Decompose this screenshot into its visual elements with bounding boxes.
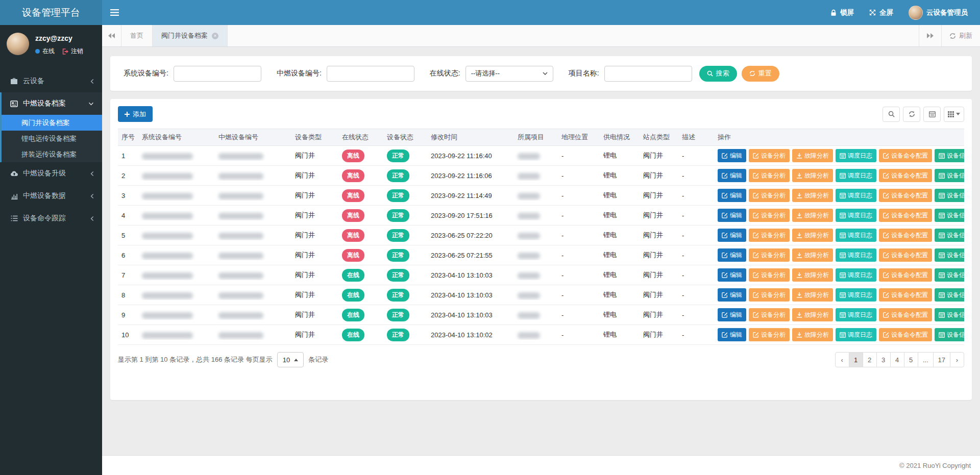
fault-analysis-button[interactable]: 故障分析 bbox=[792, 169, 833, 182]
app-title[interactable]: 设备管理平台 bbox=[0, 0, 102, 25]
device-command-config-button[interactable]: 设备命令配置 bbox=[879, 248, 932, 262]
sidebar-item-device-command-tracking[interactable]: 设备命令跟踪 bbox=[0, 207, 102, 230]
sidebar-item-zr-device-archives[interactable]: 中燃设备档案 bbox=[2, 92, 102, 115]
refresh-tab-button[interactable]: 刷新 bbox=[941, 25, 980, 46]
page-button-2[interactable]: 2 bbox=[863, 352, 877, 367]
dispatch-log-button[interactable]: 调度日志 bbox=[836, 268, 876, 282]
table-columns-button[interactable] bbox=[944, 107, 964, 122]
edit-button[interactable]: 编辑 bbox=[718, 308, 746, 321]
edit-button[interactable]: 编辑 bbox=[718, 149, 746, 162]
device-info-button[interactable]: 设备信息 bbox=[935, 209, 964, 222]
project-name-input[interactable] bbox=[604, 66, 692, 82]
fault-analysis-button[interactable]: 故障分析 bbox=[792, 288, 833, 302]
device-analysis-button[interactable]: 设备分析 bbox=[749, 268, 790, 282]
dispatch-log-button[interactable]: 调度日志 bbox=[836, 169, 876, 182]
device-info-button[interactable]: 设备信息 bbox=[935, 268, 964, 282]
table-toggle-view-button[interactable] bbox=[923, 107, 941, 122]
tab-home[interactable]: 首页 bbox=[121, 25, 153, 46]
device-command-config-button[interactable]: 设备命令配置 bbox=[879, 209, 932, 222]
sidebar-toggle-button[interactable] bbox=[102, 0, 127, 25]
sidebar-item-zr-device-upgrade[interactable]: 中燃设备升级 bbox=[0, 162, 102, 185]
search-button[interactable]: 搜索 bbox=[699, 66, 737, 82]
fault-analysis-button[interactable]: 故障分析 bbox=[792, 248, 833, 262]
device-info-button[interactable]: 设备信息 bbox=[935, 328, 964, 341]
device-info-button[interactable]: 设备信息 bbox=[935, 149, 964, 162]
edit-button[interactable]: 编辑 bbox=[718, 288, 746, 302]
lock-screen-button[interactable]: 锁屏 bbox=[830, 8, 854, 17]
tabs-scroll-right-button[interactable] bbox=[919, 25, 941, 46]
fault-analysis-button[interactable]: 故障分析 bbox=[792, 209, 833, 222]
page-ellipsis-button[interactable]: ... bbox=[918, 352, 934, 367]
edit-button[interactable]: 编辑 bbox=[718, 328, 746, 341]
device-analysis-button[interactable]: 设备分析 bbox=[749, 209, 790, 222]
device-info-button[interactable]: 设备信息 bbox=[935, 248, 964, 262]
dispatch-log-button[interactable]: 调度日志 bbox=[836, 209, 876, 222]
dispatch-log-button[interactable]: 调度日志 bbox=[836, 308, 876, 321]
device-analysis-button[interactable]: 设备分析 bbox=[749, 189, 790, 202]
fault-analysis-button[interactable]: 故障分析 bbox=[792, 268, 833, 282]
dispatch-log-button[interactable]: 调度日志 bbox=[836, 149, 876, 162]
prev-page-button[interactable]: ‹ bbox=[835, 352, 849, 367]
device-command-config-button[interactable]: 设备命令配置 bbox=[879, 288, 932, 302]
edit-button[interactable]: 编辑 bbox=[718, 169, 746, 182]
fullscreen-button[interactable]: 全屏 bbox=[869, 8, 893, 17]
add-button[interactable]: 添加 bbox=[118, 106, 153, 122]
sidebar-item-assembled-remote-archives[interactable]: 拼装远传设备档案 bbox=[2, 146, 102, 162]
device-command-config-button[interactable]: 设备命令配置 bbox=[879, 169, 932, 182]
sidebar-item-cloud-devices[interactable]: 云设备 bbox=[0, 70, 102, 92]
next-page-button[interactable]: › bbox=[950, 352, 964, 367]
tabs-scroll-left-button[interactable] bbox=[102, 25, 121, 46]
edit-button[interactable]: 编辑 bbox=[718, 189, 746, 202]
page-size-select[interactable]: 10 bbox=[277, 352, 304, 367]
dispatch-log-button[interactable]: 调度日志 bbox=[836, 288, 876, 302]
dispatch-log-button[interactable]: 调度日志 bbox=[836, 328, 876, 341]
page-button-1[interactable]: 1 bbox=[849, 352, 863, 367]
device-analysis-button[interactable]: 设备分析 bbox=[749, 248, 790, 262]
device-info-button[interactable]: 设备信息 bbox=[935, 229, 964, 242]
device-command-config-button[interactable]: 设备命令配置 bbox=[879, 229, 932, 242]
device-command-config-button[interactable]: 设备命令配置 bbox=[879, 328, 932, 341]
fault-analysis-button[interactable]: 故障分析 bbox=[792, 328, 833, 341]
tab-valve-well-archives[interactable]: 阀门井设备档案 × bbox=[153, 25, 228, 46]
sidebar-item-zr-device-data[interactable]: 中燃设备数据 bbox=[0, 185, 102, 207]
tab-close-icon[interactable]: × bbox=[212, 33, 218, 39]
device-command-config-button[interactable]: 设备命令配置 bbox=[879, 268, 932, 282]
device-analysis-button[interactable]: 设备分析 bbox=[749, 169, 790, 182]
device-command-config-button[interactable]: 设备命令配置 bbox=[879, 308, 932, 321]
device-command-config-button[interactable]: 设备命令配置 bbox=[879, 189, 932, 202]
device-analysis-button[interactable]: 设备分析 bbox=[749, 328, 790, 341]
edit-button[interactable]: 编辑 bbox=[718, 268, 746, 282]
logout-link[interactable]: 注销 bbox=[62, 47, 83, 56]
device-info-button[interactable]: 设备信息 bbox=[935, 169, 964, 182]
fault-analysis-button[interactable]: 故障分析 bbox=[792, 189, 833, 202]
online-status-select[interactable]: --请选择-- bbox=[465, 66, 553, 82]
reset-button[interactable]: 重置 bbox=[742, 66, 779, 82]
page-button-4[interactable]: 4 bbox=[890, 352, 904, 367]
edit-button[interactable]: 编辑 bbox=[718, 209, 746, 222]
device-info-button[interactable]: 设备信息 bbox=[935, 288, 964, 302]
sidebar-item-lithium-remote-archives[interactable]: 锂电远传设备档案 bbox=[2, 131, 102, 146]
zr-device-no-input[interactable] bbox=[327, 66, 414, 82]
page-button-3[interactable]: 3 bbox=[876, 352, 891, 367]
edit-button[interactable]: 编辑 bbox=[718, 229, 746, 242]
page-button-17[interactable]: 17 bbox=[933, 352, 950, 367]
dispatch-log-button[interactable]: 调度日志 bbox=[836, 229, 876, 242]
device-info-button[interactable]: 设备信息 bbox=[935, 189, 964, 202]
device-analysis-button[interactable]: 设备分析 bbox=[749, 149, 790, 162]
user-menu[interactable]: 云设备管理员 bbox=[909, 6, 968, 20]
edit-button[interactable]: 编辑 bbox=[718, 248, 746, 262]
page-button-5[interactable]: 5 bbox=[904, 352, 918, 367]
fault-analysis-button[interactable]: 故障分析 bbox=[792, 149, 833, 162]
device-info-button[interactable]: 设备信息 bbox=[935, 308, 964, 321]
system-device-no-input[interactable] bbox=[174, 66, 261, 82]
device-analysis-button[interactable]: 设备分析 bbox=[749, 229, 790, 242]
table-search-toggle-button[interactable] bbox=[883, 107, 900, 122]
device-analysis-button[interactable]: 设备分析 bbox=[749, 288, 790, 302]
device-command-config-button[interactable]: 设备命令配置 bbox=[879, 149, 932, 162]
dispatch-log-button[interactable]: 调度日志 bbox=[836, 248, 876, 262]
table-refresh-button[interactable] bbox=[903, 107, 920, 122]
fault-analysis-button[interactable]: 故障分析 bbox=[792, 308, 833, 321]
device-analysis-button[interactable]: 设备分析 bbox=[749, 308, 790, 321]
fault-analysis-button[interactable]: 故障分析 bbox=[792, 229, 833, 242]
sidebar-item-valve-well-archives[interactable]: 阀门井设备档案 bbox=[2, 115, 102, 131]
